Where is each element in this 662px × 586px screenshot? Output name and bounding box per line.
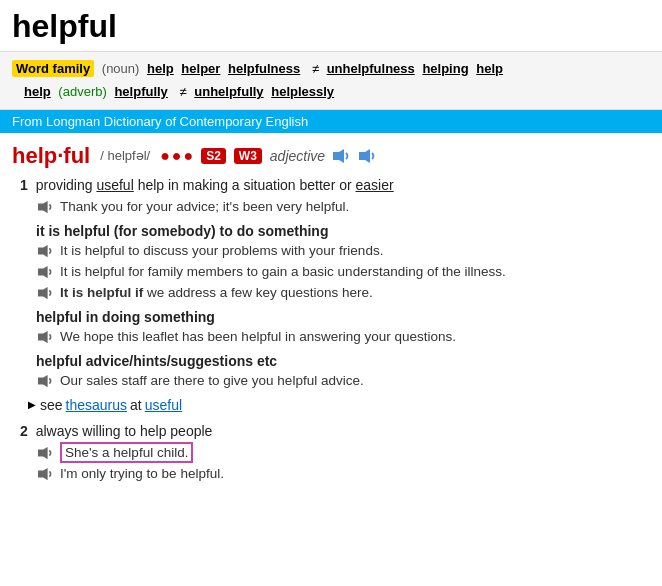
sense-2: 2 always willing to help people She's a …: [12, 423, 650, 484]
svg-marker-9: [38, 468, 48, 480]
svg-marker-2: [38, 201, 48, 213]
see-also-at: at: [130, 397, 142, 413]
wf-word-unhelpfully[interactable]: unhelpfully: [194, 84, 263, 99]
example-1-5-text: We hope this leaflet has been helpful in…: [60, 329, 456, 344]
sense-1-num: 1: [20, 177, 28, 193]
example-1-2-text: It is helpful to discuss your problems w…: [60, 243, 383, 258]
link-useful[interactable]: useful: [96, 177, 133, 193]
wf-word-unhelpfulness[interactable]: unhelpfulness: [327, 61, 415, 76]
audio-example-1-1-icon[interactable]: [36, 200, 54, 217]
audio-american-icon[interactable]: [357, 148, 377, 164]
thesaurus-link[interactable]: thesaurus: [66, 397, 127, 413]
audio-example-2-2-icon[interactable]: [36, 467, 54, 484]
badge-w3: W3: [234, 148, 262, 164]
wf-neq2: ≠: [179, 84, 186, 99]
badge-s2: S2: [201, 148, 226, 164]
example-1-4-text: It is helpful if we address a few key qu…: [60, 285, 373, 300]
svg-marker-6: [38, 331, 48, 343]
audio-example-1-3-icon[interactable]: [36, 265, 54, 282]
wf-word-helping[interactable]: helping: [422, 61, 468, 76]
entry-container: help·ful / helpfəl/ ●●● S2 W3 adjective …: [0, 133, 662, 504]
audio-example-2-1-icon[interactable]: [36, 446, 54, 463]
svg-marker-7: [38, 375, 48, 387]
subheading-1-1: it is helpful (for somebody) to do somet…: [36, 223, 650, 239]
svg-marker-8: [38, 447, 48, 459]
example-1-5: We hope this leaflet has been helpful in…: [36, 329, 650, 347]
source-bar: From Longman Dictionary of Contemporary …: [0, 110, 662, 133]
useful-link[interactable]: useful: [145, 397, 182, 413]
subheading-1-3: helpful advice/hints/suggestions etc: [36, 353, 650, 369]
example-1-3: It is helpful for family members to gain…: [36, 264, 650, 282]
wf-pos-adverb: (adverb): [58, 84, 106, 99]
subheading-1-2: helpful in doing something: [36, 309, 650, 325]
link-easier[interactable]: easier: [356, 177, 394, 193]
word-family-row2: help (adverb) helpfully ≠ unhelpfully he…: [12, 84, 338, 99]
entry-header: help·ful / helpfəl/ ●●● S2 W3 adjective: [12, 143, 650, 169]
svg-marker-3: [38, 245, 48, 257]
example-2-1-text: She's a helpful child.: [60, 445, 193, 460]
example-1-4: It is helpful if we address a few key qu…: [36, 285, 650, 303]
word-family-bar: Word family (noun) help helper helpfulne…: [0, 51, 662, 110]
highlighted-text: She's a helpful child.: [60, 442, 193, 463]
wf-neq1: ≠: [312, 61, 319, 76]
svg-marker-1: [359, 149, 370, 163]
triangle-icon: ▶: [28, 399, 36, 410]
example-2-1: She's a helpful child.: [36, 445, 650, 463]
sense-1: 1 providing useful help in making a situ…: [12, 177, 650, 413]
example-1-1-text: Thank you for your advice; it's been ver…: [60, 199, 349, 214]
see-also-text: see: [40, 397, 63, 413]
pronunciation: / helpfəl/: [100, 148, 150, 163]
wf-word-helper[interactable]: helper: [181, 61, 220, 76]
sense-2-def: 2 always willing to help people: [20, 423, 650, 439]
wf-word-help3[interactable]: help: [24, 84, 51, 99]
wf-word-help2[interactable]: help: [476, 61, 503, 76]
part-of-speech: adjective: [270, 148, 325, 164]
wf-word-helpfulness[interactable]: helpfulness: [228, 61, 300, 76]
example-2-2: I'm only trying to be helpful.: [36, 466, 650, 484]
wf-word-help[interactable]: help: [147, 61, 174, 76]
wf-pos-noun: (noun): [102, 61, 140, 76]
frequency-dots: ●●●: [160, 147, 195, 165]
example-1-3-text: It is helpful for family members to gain…: [60, 264, 506, 279]
sense-1-def: 1 providing useful help in making a situ…: [20, 177, 650, 193]
headword: help·ful: [12, 143, 90, 169]
audio-example-1-4-icon[interactable]: [36, 286, 54, 303]
page-title: helpful: [0, 0, 662, 51]
svg-marker-4: [38, 266, 48, 278]
audio-example-1-6-icon[interactable]: [36, 374, 54, 391]
see-also: ▶ see thesaurus at useful: [28, 397, 650, 413]
audio-example-1-2-icon[interactable]: [36, 244, 54, 261]
svg-marker-5: [38, 287, 48, 299]
example-1-6-text: Our sales staff are there to give you he…: [60, 373, 364, 388]
word-family-label: Word family: [12, 60, 94, 77]
sense-2-num: 2: [20, 423, 28, 439]
wf-word-helpfully[interactable]: helpfully: [114, 84, 167, 99]
example-2-2-text: I'm only trying to be helpful.: [60, 466, 224, 481]
example-1-1: Thank you for your advice; it's been ver…: [36, 199, 650, 217]
example-1-6: Our sales staff are there to give you he…: [36, 373, 650, 391]
audio-british-icon[interactable]: [331, 148, 351, 164]
audio-example-1-5-icon[interactable]: [36, 330, 54, 347]
wf-word-helplessly[interactable]: helplessly: [271, 84, 334, 99]
example-1-2: It is helpful to discuss your problems w…: [36, 243, 650, 261]
svg-marker-0: [333, 149, 344, 163]
